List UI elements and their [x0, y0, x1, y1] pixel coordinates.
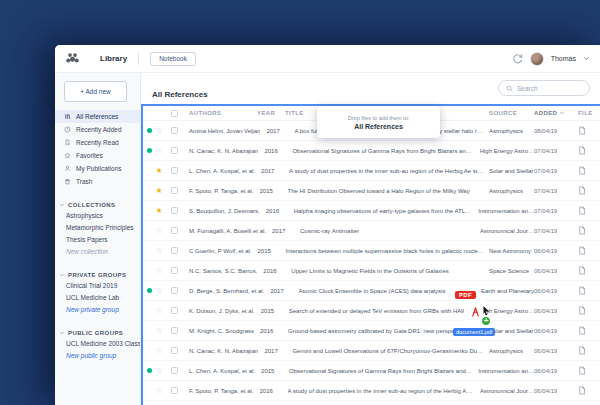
sidebar-section-header[interactable]: COLLECTIONS [55, 199, 140, 210]
file-attachment-icon[interactable] [578, 326, 586, 335]
sidebar-item[interactable]: New collection [55, 246, 140, 258]
table-row[interactable]: ☆ N. Canac, K. N. Abazajian 2017 Gemini … [143, 341, 600, 361]
file-attachment-icon[interactable] [578, 366, 586, 375]
user-menu[interactable]: Thomas [551, 55, 576, 62]
row-checkbox[interactable] [171, 287, 178, 294]
search-box[interactable] [498, 80, 590, 96]
column-header-added[interactable]: ADDED [534, 110, 574, 116]
favorite-star-icon[interactable]: ☆ [152, 347, 166, 355]
table-row[interactable]: ☆ N.C. Santos, S.C. Barros, 2016 Upper L… [143, 261, 600, 281]
favorite-star-icon[interactable]: ☆ [152, 127, 166, 135]
file-attachment-icon[interactable] [578, 166, 586, 175]
row-checkbox[interactable] [171, 347, 178, 354]
dragged-file-ghost[interactable]: PDF + document1.pdf [453, 290, 513, 342]
sync-icon[interactable] [512, 53, 523, 64]
sidebar-item[interactable]: Astrophysics [55, 210, 140, 222]
favorite-star-icon[interactable]: ☆ [152, 267, 166, 275]
sidebar-section-title: PRIVATE GROUPS [68, 272, 126, 278]
row-checkbox[interactable] [171, 367, 178, 374]
favorite-star-icon[interactable]: ☆ [152, 147, 166, 155]
file-attachment-icon[interactable] [578, 286, 586, 295]
file-attachment-icon[interactable] [578, 266, 586, 275]
sidebar-item-trash[interactable]: Trash [55, 175, 140, 188]
file-attachment-icon[interactable] [578, 306, 586, 315]
sidebar-item-recently-read[interactable]: Recently Read [55, 136, 140, 149]
source-cell: Astronomical Jour… [480, 388, 534, 394]
table-row[interactable]: ☆ N. Canac, K. N. Abazajian 2016 Observa… [143, 141, 600, 161]
table-row[interactable]: ☆ M. Knight, C. Snodgrass 2016 Ground-ba… [143, 321, 600, 341]
table-row[interactable]: ☆ M. Fumagalli, A. Boselli et al. 2017 C… [143, 221, 600, 241]
file-attachment-icon[interactable] [578, 386, 586, 395]
authors-cell: N.C. Santos, S.C. Barros, [189, 268, 257, 274]
authors-cell: N. Canac, K. N. Abazajian [189, 348, 258, 354]
row-checkbox[interactable] [171, 387, 178, 394]
row-checkbox[interactable] [171, 127, 178, 134]
row-checkbox[interactable] [171, 207, 178, 214]
sidebar-item[interactable]: New private group [55, 304, 140, 316]
sidebar-item[interactable]: Clinical Trial 2019 [55, 280, 140, 292]
favorite-star-icon[interactable]: ☆ [152, 327, 166, 335]
table-row[interactable]: ★ F. Spoto, P. Tanga, et al. 2015 The HI… [143, 181, 600, 201]
table-row[interactable]: ☆ K. Dutson, J. Dyks, et al. 2015 Search… [143, 301, 600, 321]
authors-cell: Amina Helmi, Jovan Veljan [189, 128, 260, 134]
sidebar-item[interactable]: New public group [55, 350, 140, 362]
sidebar-item[interactable]: UCL Medicine 2003 Class [55, 338, 140, 350]
column-header-authors[interactable]: AUTHORS [183, 110, 251, 116]
tab-notebook[interactable]: Notebook [150, 52, 196, 66]
sidebar-item[interactable]: Metamorphic Principles [55, 222, 140, 234]
row-checkbox[interactable] [171, 327, 178, 334]
sidebar-item[interactable]: Thesis Papers [55, 234, 140, 246]
sidebar-section-header[interactable]: PUBLIC GROUPS [55, 327, 140, 338]
column-header-source[interactable]: SOURCE [484, 110, 534, 116]
favorite-star-icon[interactable]: ☆ [152, 307, 166, 315]
sidebar-section-header[interactable]: PRIVATE GROUPS [55, 269, 140, 280]
table-row[interactable]: ☆ D. Berge, S. Bernhard, et al. 2017 Ato… [143, 281, 600, 301]
favorite-star-icon[interactable]: ★ [152, 167, 166, 175]
file-attachment-icon[interactable] [578, 126, 586, 135]
favorite-star-icon[interactable]: ☆ [152, 367, 166, 375]
favorite-star-icon[interactable]: ★ [152, 207, 166, 215]
row-checkbox[interactable] [171, 187, 178, 194]
file-attachment-icon[interactable] [578, 186, 586, 195]
source-cell: Astrophysics [489, 128, 534, 134]
row-checkbox[interactable] [171, 167, 178, 174]
select-all-checkbox[interactable] [171, 110, 178, 117]
favorite-star-icon[interactable]: ☆ [152, 247, 166, 255]
table-row[interactable]: ★ S. Bouquillon, J. Desmars, 2016 Halpha… [143, 201, 600, 221]
favorite-star-icon[interactable]: ★ [152, 187, 166, 195]
row-checkbox[interactable] [171, 227, 178, 234]
row-checkbox[interactable] [171, 147, 178, 154]
sidebar-item-my-publications[interactable]: My Publications [55, 162, 140, 175]
file-attachment-icon[interactable] [578, 226, 586, 235]
table-row[interactable]: ☆ C Guerlin, P Wolf, et al. 2015 Interac… [143, 241, 600, 261]
sidebar-item-recently-added[interactable]: Recently Added [55, 123, 140, 136]
table-row[interactable]: ☆ Amina Helmi, Jovan Veljan 2017 A box f… [143, 121, 600, 141]
file-attachment-icon[interactable] [578, 246, 586, 255]
table-row[interactable]: ★ L. Chen, A. Kospal, et al. 2017 A stud… [143, 161, 600, 181]
search-input[interactable] [517, 85, 582, 92]
tab-library[interactable]: Library [100, 54, 127, 63]
sidebar-item[interactable]: UCL Medicine Lab [55, 292, 140, 304]
chevron-down-icon[interactable] [583, 55, 590, 62]
add-new-button[interactable]: + Add new [64, 81, 127, 102]
file-attachment-icon[interactable] [578, 346, 586, 355]
column-header-title[interactable]: TITLE [281, 110, 484, 116]
favorite-star-icon[interactable]: ☆ [152, 227, 166, 235]
sidebar-section-title: PUBLIC GROUPS [68, 330, 123, 336]
sidebar-item-all-references[interactable]: All References [55, 110, 140, 123]
table-row[interactable]: ☆ L. Chen, A. Kospal, et al. 2015 Observ… [143, 361, 600, 381]
row-checkbox[interactable] [171, 267, 178, 274]
year-cell: 2015 [260, 188, 284, 194]
column-header-file[interactable]: FILE [574, 110, 600, 116]
row-checkbox[interactable] [171, 307, 178, 314]
file-attachment-icon[interactable] [578, 146, 586, 155]
column-header-year[interactable]: YEAR [251, 110, 281, 116]
sidebar-item-favorites[interactable]: Favorites [55, 149, 140, 162]
avatar[interactable] [530, 52, 544, 66]
favorite-star-icon[interactable]: ☆ [152, 287, 166, 295]
table-row[interactable]: ☆ F. Spoto, P. Tanga, et al. 2016 A stud… [143, 381, 600, 401]
added-date-cell: 08/04/19 [534, 128, 557, 134]
favorite-star-icon[interactable]: ☆ [152, 387, 166, 395]
file-attachment-icon[interactable] [578, 206, 586, 215]
row-checkbox[interactable] [171, 247, 178, 254]
